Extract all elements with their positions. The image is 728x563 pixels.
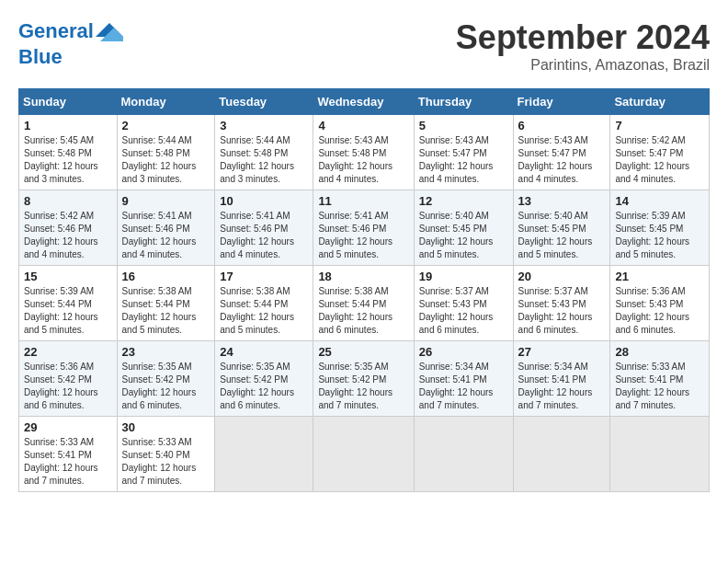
table-row: 28Sunrise: 5:33 AMSunset: 5:41 PMDayligh… (610, 341, 710, 417)
day-info: Sunrise: 5:41 AMSunset: 5:46 PMDaylight:… (220, 210, 308, 261)
day-number: 26 (419, 345, 508, 359)
table-row: 29Sunrise: 5:33 AMSunset: 5:41 PMDayligh… (19, 417, 118, 492)
day-info: Sunrise: 5:45 AMSunset: 5:48 PMDaylight:… (24, 134, 112, 186)
table-row: 13Sunrise: 5:40 AMSunset: 5:45 PMDayligh… (513, 190, 610, 266)
day-info: Sunrise: 5:42 AMSunset: 5:47 PMDaylight:… (615, 134, 704, 186)
header-wednesday: Wednesday (313, 89, 414, 115)
day-info: Sunrise: 5:33 AMSunset: 5:41 PMDaylight:… (615, 361, 704, 412)
day-info: Sunrise: 5:43 AMSunset: 5:48 PMDaylight:… (318, 134, 408, 186)
day-info: Sunrise: 5:35 AMSunset: 5:42 PMDaylight:… (122, 361, 210, 412)
table-row (215, 417, 313, 492)
day-number: 14 (615, 194, 704, 208)
day-number: 15 (24, 270, 112, 283)
header-friday: Friday (513, 89, 610, 115)
calendar-table: Sunday Monday Tuesday Wednesday Thursday… (18, 88, 710, 492)
day-number: 8 (24, 194, 112, 208)
day-number: 30 (122, 420, 210, 434)
day-number: 5 (419, 119, 508, 132)
table-row: 24Sunrise: 5:35 AMSunset: 5:42 PMDayligh… (215, 341, 313, 417)
calendar-header-row: Sunday Monday Tuesday Wednesday Thursday… (19, 89, 710, 115)
day-info: Sunrise: 5:33 AMSunset: 5:41 PMDaylight:… (24, 436, 112, 488)
day-number: 29 (24, 420, 112, 434)
table-row: 3Sunrise: 5:44 AMSunset: 5:48 PMDaylight… (215, 115, 313, 190)
day-info: Sunrise: 5:34 AMSunset: 5:41 PMDaylight:… (518, 361, 606, 412)
table-row: 17Sunrise: 5:38 AMSunset: 5:44 PMDayligh… (215, 266, 313, 341)
table-row: 27Sunrise: 5:34 AMSunset: 5:41 PMDayligh… (513, 341, 610, 417)
table-row: 14Sunrise: 5:39 AMSunset: 5:45 PMDayligh… (610, 190, 710, 266)
table-row (313, 417, 414, 492)
logo-text: General (18, 18, 123, 46)
table-row: 1Sunrise: 5:45 AMSunset: 5:48 PMDaylight… (19, 115, 118, 190)
logo-blue-text: Blue (18, 46, 123, 68)
day-number: 23 (122, 345, 210, 359)
table-row: 25Sunrise: 5:35 AMSunset: 5:42 PMDayligh… (313, 341, 414, 417)
table-row: 9Sunrise: 5:41 AMSunset: 5:46 PMDaylight… (117, 190, 215, 266)
day-info: Sunrise: 5:34 AMSunset: 5:41 PMDaylight:… (419, 361, 508, 412)
day-info: Sunrise: 5:36 AMSunset: 5:42 PMDaylight:… (24, 361, 112, 412)
table-row: 18Sunrise: 5:38 AMSunset: 5:44 PMDayligh… (313, 266, 414, 341)
day-info: Sunrise: 5:33 AMSunset: 5:40 PMDaylight:… (122, 436, 210, 488)
logo: General Blue (18, 18, 123, 68)
day-number: 10 (220, 194, 308, 208)
day-info: Sunrise: 5:43 AMSunset: 5:47 PMDaylight:… (419, 134, 508, 186)
day-number: 24 (220, 345, 308, 359)
day-info: Sunrise: 5:44 AMSunset: 5:48 PMDaylight:… (122, 134, 210, 186)
calendar-week-row: 15Sunrise: 5:39 AMSunset: 5:44 PMDayligh… (19, 266, 710, 341)
day-number: 2 (122, 119, 210, 132)
header-monday: Monday (117, 89, 215, 115)
day-info: Sunrise: 5:35 AMSunset: 5:42 PMDaylight:… (220, 361, 308, 412)
day-number: 27 (518, 345, 606, 359)
day-info: Sunrise: 5:44 AMSunset: 5:48 PMDaylight:… (220, 134, 308, 186)
table-row: 5Sunrise: 5:43 AMSunset: 5:47 PMDaylight… (414, 115, 513, 190)
table-row: 6Sunrise: 5:43 AMSunset: 5:47 PMDaylight… (513, 115, 610, 190)
table-row: 11Sunrise: 5:41 AMSunset: 5:46 PMDayligh… (313, 190, 414, 266)
table-row: 30Sunrise: 5:33 AMSunset: 5:40 PMDayligh… (117, 417, 215, 492)
table-row: 10Sunrise: 5:41 AMSunset: 5:46 PMDayligh… (215, 190, 313, 266)
day-info: Sunrise: 5:37 AMSunset: 5:43 PMDaylight:… (518, 285, 606, 337)
table-row: 16Sunrise: 5:38 AMSunset: 5:44 PMDayligh… (117, 266, 215, 341)
day-number: 13 (518, 194, 606, 208)
table-row: 4Sunrise: 5:43 AMSunset: 5:48 PMDaylight… (313, 115, 414, 190)
day-number: 6 (518, 119, 606, 132)
day-info: Sunrise: 5:41 AMSunset: 5:46 PMDaylight:… (318, 210, 408, 261)
table-row: 26Sunrise: 5:34 AMSunset: 5:41 PMDayligh… (414, 341, 513, 417)
day-info: Sunrise: 5:39 AMSunset: 5:45 PMDaylight:… (615, 210, 704, 261)
header-sunday: Sunday (19, 89, 118, 115)
day-info: Sunrise: 5:39 AMSunset: 5:44 PMDaylight:… (24, 285, 112, 337)
table-row: 7Sunrise: 5:42 AMSunset: 5:47 PMDaylight… (610, 115, 710, 190)
table-row (610, 417, 710, 492)
table-row: 21Sunrise: 5:36 AMSunset: 5:43 PMDayligh… (610, 266, 710, 341)
day-info: Sunrise: 5:35 AMSunset: 5:42 PMDaylight:… (318, 361, 408, 412)
day-info: Sunrise: 5:38 AMSunset: 5:44 PMDaylight:… (220, 285, 308, 337)
day-info: Sunrise: 5:42 AMSunset: 5:46 PMDaylight:… (24, 210, 112, 261)
table-row: 22Sunrise: 5:36 AMSunset: 5:42 PMDayligh… (19, 341, 118, 417)
table-row: 8Sunrise: 5:42 AMSunset: 5:46 PMDaylight… (19, 190, 118, 266)
location-subtitle: Parintins, Amazonas, Brazil (456, 57, 710, 74)
table-row: 12Sunrise: 5:40 AMSunset: 5:45 PMDayligh… (414, 190, 513, 266)
day-number: 4 (318, 119, 408, 132)
month-title: September 2024 (456, 18, 710, 57)
table-row: 15Sunrise: 5:39 AMSunset: 5:44 PMDayligh… (19, 266, 118, 341)
day-info: Sunrise: 5:37 AMSunset: 5:43 PMDaylight:… (419, 285, 508, 337)
day-number: 11 (318, 194, 408, 208)
calendar-week-row: 22Sunrise: 5:36 AMSunset: 5:42 PMDayligh… (19, 341, 710, 417)
table-row (414, 417, 513, 492)
title-section: September 2024 Parintins, Amazonas, Braz… (456, 18, 710, 74)
day-info: Sunrise: 5:41 AMSunset: 5:46 PMDaylight:… (122, 210, 210, 261)
table-row: 2Sunrise: 5:44 AMSunset: 5:48 PMDaylight… (117, 115, 215, 190)
calendar-week-row: 1Sunrise: 5:45 AMSunset: 5:48 PMDaylight… (19, 115, 710, 190)
header-tuesday: Tuesday (215, 89, 313, 115)
day-number: 18 (318, 270, 408, 283)
day-number: 19 (419, 270, 508, 283)
day-number: 17 (220, 270, 308, 283)
table-row: 23Sunrise: 5:35 AMSunset: 5:42 PMDayligh… (117, 341, 215, 417)
day-info: Sunrise: 5:36 AMSunset: 5:43 PMDaylight:… (615, 285, 704, 337)
day-number: 25 (318, 345, 408, 359)
day-number: 3 (220, 119, 308, 132)
day-info: Sunrise: 5:40 AMSunset: 5:45 PMDaylight:… (518, 210, 606, 261)
day-number: 9 (122, 194, 210, 208)
day-number: 7 (615, 119, 704, 132)
day-info: Sunrise: 5:38 AMSunset: 5:44 PMDaylight:… (122, 285, 210, 337)
day-number: 22 (24, 345, 112, 359)
day-number: 1 (24, 119, 112, 132)
